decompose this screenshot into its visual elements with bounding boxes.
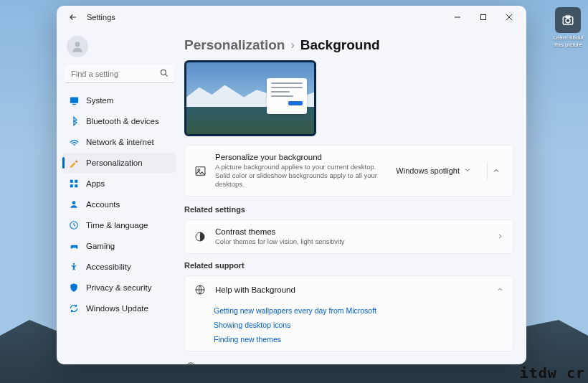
personalize-title: Personalize your background [215,153,383,161]
related-support-heading: Related support [184,261,513,270]
svg-rect-4 [481,15,486,20]
chevron-down-icon [464,166,471,175]
nav-label: System [86,96,113,105]
svg-rect-15 [75,184,77,187]
watermark: itdw cr [520,364,585,382]
personalization-icon [68,157,80,169]
personalize-background-row: Personalize your background A picture ba… [184,145,513,197]
support-link-themes[interactable]: Finding new themes [214,335,504,344]
back-button[interactable] [65,9,81,25]
nav-network[interactable]: Network & internet [62,132,176,152]
sidebar: System Bluetooth & devices Network & int… [57,29,180,364]
network-icon [68,136,80,148]
search-input[interactable] [65,65,174,83]
nav-update[interactable]: Windows Update [62,298,176,318]
nav-bluetooth[interactable]: Bluetooth & devices [62,111,176,131]
privacy-icon [68,282,80,293]
svg-point-20 [197,169,199,171]
background-preview [184,60,316,136]
gaming-icon [68,240,80,252]
user-avatar[interactable] [67,36,88,57]
accessibility-icon [68,261,80,273]
svg-point-16 [72,201,76,204]
settings-window: Settings System Bluetooth & devices Netw… [57,6,526,364]
close-button[interactable] [496,6,522,29]
nav-label: Bluetooth & devices [86,117,159,126]
content-area: Personalization › Background Personalize… [180,29,526,364]
help-title: Help with Background [215,285,295,294]
system-icon [68,95,80,106]
svg-rect-10 [70,97,77,103]
nav-time[interactable]: Time & language [62,215,176,235]
search-icon [159,68,169,81]
nav-label: Gaming [86,242,115,250]
nav-label: Accessibility [86,263,131,271]
nav-accessibility[interactable]: Accessibility [62,257,176,277]
titlebar: Settings [57,6,526,29]
svg-point-1 [566,19,570,23]
svg-point-7 [75,42,80,47]
help-icon [186,361,196,364]
spotlight-desktop-icon[interactable] [555,7,581,33]
nav-personalization[interactable]: Personalization [62,153,176,173]
chevron-right-icon: › [290,39,294,52]
svg-line-9 [165,74,167,76]
breadcrumb-current: Background [300,37,380,53]
get-help-link[interactable]: Get help [184,359,513,364]
get-help-label: Get help [203,364,232,364]
personalize-subtitle: A picture background applies to your cur… [215,163,383,189]
help-expander-header[interactable]: Help with Background [185,276,513,303]
update-icon [68,303,80,314]
apps-icon [68,178,80,189]
bluetooth-icon [68,115,80,127]
nav-privacy[interactable]: Privacy & security [62,278,176,298]
nav-apps[interactable]: Apps [62,174,176,194]
accounts-icon [68,199,80,210]
nav-label: Personalization [86,159,143,167]
contrast-title: Contrast themes [215,227,488,236]
nav-label: Accounts [86,200,120,209]
contrast-subtitle: Color themes for low vision, light sensi… [215,237,488,246]
nav-label: Apps [86,179,105,188]
support-link-desktop-icons[interactable]: Showing desktop icons [214,321,504,329]
help-with-background-box: Help with Background Getting new wallpap… [184,275,513,351]
nav-label: Windows Update [86,304,148,313]
svg-rect-13 [75,180,77,183]
contrast-themes-row[interactable]: Contrast themes Color themes for low vis… [184,219,513,254]
svg-rect-11 [72,103,76,104]
globe-icon [194,283,207,296]
maximize-button[interactable] [470,6,496,29]
expand-button[interactable] [487,162,504,179]
search-box[interactable] [65,65,174,83]
svg-point-18 [73,263,75,265]
nav-label: Time & language [86,221,148,230]
nav-label: Privacy & security [86,283,151,292]
time-icon [68,219,80,231]
svg-rect-14 [70,184,73,187]
support-link-wallpapers[interactable]: Getting new wallpapers every day from Mi… [214,306,504,315]
picture-icon [194,164,207,177]
background-type-dropdown[interactable]: Windows spotlight [392,164,475,178]
breadcrumb: Personalization › Background [184,37,513,53]
related-settings-heading: Related settings [184,205,513,214]
svg-point-8 [161,70,166,75]
spotlight-tooltip: Learn about this picture [553,34,584,49]
contrast-icon [194,230,207,243]
nav-gaming[interactable]: Gaming [62,236,176,256]
nav-accounts[interactable]: Accounts [62,194,176,214]
minimize-button[interactable] [445,6,470,29]
breadcrumb-parent[interactable]: Personalization [184,37,285,53]
chevron-up-icon [496,283,504,296]
nav-system[interactable]: System [62,90,176,110]
window-title: Settings [87,13,115,22]
svg-rect-12 [70,180,73,183]
nav-label: Network & internet [86,138,154,146]
dropdown-value: Windows spotlight [396,166,460,175]
chevron-right-icon [496,230,504,243]
